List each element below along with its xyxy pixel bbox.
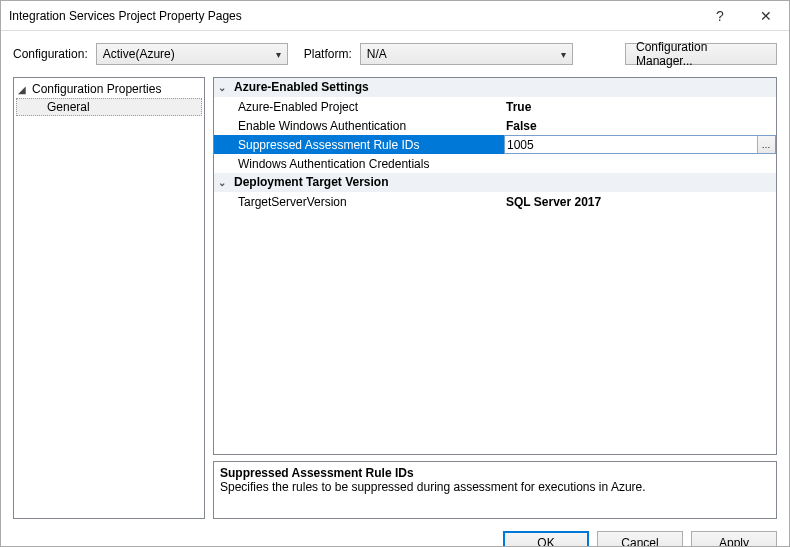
chevron-down-icon: ▾ <box>276 49 281 60</box>
main-area: ◢ Configuration Properties General ⌄ Azu… <box>1 77 789 531</box>
platform-dropdown[interactable]: N/A ▾ <box>360 43 573 65</box>
description-panel: Suppressed Assessment Rule IDs Specifies… <box>213 461 777 519</box>
prop-value[interactable]: False <box>504 116 776 135</box>
dialog-buttons: OK Cancel Apply <box>1 531 789 547</box>
chevron-down-icon: ⌄ <box>218 177 234 188</box>
help-icon[interactable]: ? <box>697 1 743 31</box>
nav-tree[interactable]: ◢ Configuration Properties General <box>13 77 205 519</box>
prop-label: TargetServerVersion <box>214 192 504 211</box>
prop-row-selected[interactable]: Suppressed Assessment Rule IDs 1005 … <box>214 135 776 154</box>
chevron-down-icon: ▾ <box>561 49 566 60</box>
cancel-button[interactable]: Cancel <box>597 531 683 547</box>
platform-value: N/A <box>367 47 561 61</box>
tree-item-general[interactable]: General <box>16 98 202 116</box>
tree-root[interactable]: ◢ Configuration Properties <box>14 80 204 98</box>
prop-row[interactable]: Enable Windows Authentication False <box>214 116 776 135</box>
prop-row[interactable]: TargetServerVersion SQL Server 2017 <box>214 192 776 211</box>
category-label: Deployment Target Version <box>234 175 388 189</box>
prop-value[interactable] <box>504 154 776 173</box>
prop-value[interactable]: 1005 … <box>504 135 776 154</box>
prop-value-text: 1005 <box>507 138 534 152</box>
prop-label: Suppressed Assessment Rule IDs <box>214 135 504 154</box>
chevron-down-icon: ◢ <box>18 84 32 95</box>
platform-label: Platform: <box>304 47 354 61</box>
ellipsis-button[interactable]: … <box>757 136 775 153</box>
title-bar: Integration Services Project Property Pa… <box>1 1 789 31</box>
window-title: Integration Services Project Property Pa… <box>9 9 697 23</box>
prop-label: Windows Authentication Credentials <box>214 154 504 173</box>
configuration-value: Active(Azure) <box>103 47 276 61</box>
prop-row[interactable]: Windows Authentication Credentials <box>214 154 776 173</box>
prop-row[interactable]: Azure-Enabled Project True <box>214 97 776 116</box>
prop-value[interactable]: SQL Server 2017 <box>504 192 776 211</box>
ok-button[interactable]: OK <box>503 531 589 547</box>
right-column: ⌄ Azure-Enabled Settings Azure-Enabled P… <box>213 77 777 519</box>
category-deployment-target[interactable]: ⌄ Deployment Target Version <box>214 173 776 192</box>
configuration-bar: Configuration: Active(Azure) ▾ Platform:… <box>1 31 789 77</box>
configuration-dropdown[interactable]: Active(Azure) ▾ <box>96 43 288 65</box>
prop-value[interactable]: True <box>504 97 776 116</box>
tree-item-label: General <box>47 100 90 114</box>
category-azure-settings[interactable]: ⌄ Azure-Enabled Settings <box>214 78 776 97</box>
category-label: Azure-Enabled Settings <box>234 80 369 94</box>
configuration-manager-button[interactable]: Configuration Manager... <box>625 43 777 65</box>
prop-label: Enable Windows Authentication <box>214 116 504 135</box>
configuration-label: Configuration: <box>13 47 90 61</box>
prop-label: Azure-Enabled Project <box>214 97 504 116</box>
property-grid[interactable]: ⌄ Azure-Enabled Settings Azure-Enabled P… <box>213 77 777 455</box>
chevron-down-icon: ⌄ <box>218 82 234 93</box>
description-title: Suppressed Assessment Rule IDs <box>220 466 770 480</box>
description-body: Specifies the rules to be suppressed dur… <box>220 480 770 494</box>
apply-button[interactable]: Apply <box>691 531 777 547</box>
close-icon[interactable]: ✕ <box>743 1 789 31</box>
tree-root-label: Configuration Properties <box>32 82 161 96</box>
